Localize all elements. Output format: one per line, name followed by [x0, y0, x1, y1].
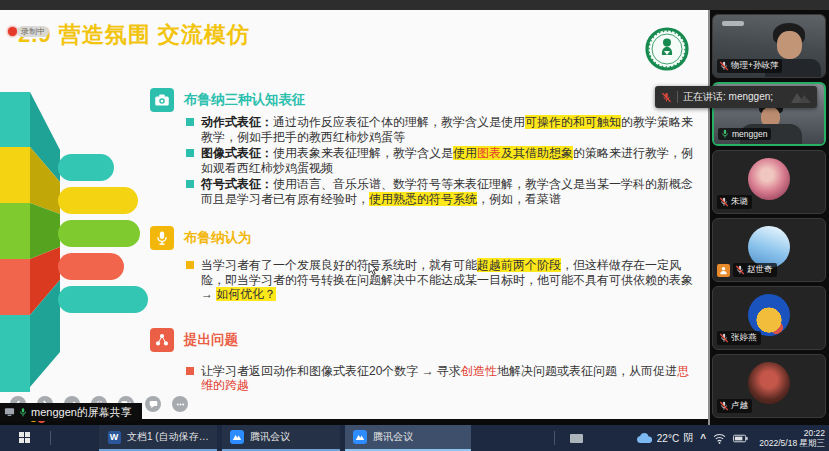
bullet-marker-icon: [186, 261, 194, 269]
taskbar-apps: W文档1 (自动保存的)...腾讯会议腾讯会议: [99, 425, 471, 451]
cloud-icon: [636, 432, 653, 444]
text-segment: 动作式表征：: [201, 115, 273, 129]
participant-name-label: menggen: [718, 128, 771, 140]
chat-button[interactable]: [145, 396, 161, 412]
bullet-item: 图像式表征：使用表象来表征理解，教学含义是使用图表及其借助想象的策略来进行教学，…: [186, 146, 698, 175]
participant-name: 赵世奇: [747, 264, 773, 276]
participant-avatar: [748, 294, 790, 336]
university-seal-logo: [645, 27, 689, 71]
recording-badge: 录制中: [17, 26, 49, 37]
bullet-marker-icon: [186, 118, 194, 126]
participant-list: 物理+孙咏萍menggen朱璐赵世奇张婷燕卢越: [712, 14, 826, 418]
speaking-banner: 正在讲话: menggen;: [655, 86, 817, 108]
app-window: 录制中 2.9 营造氛围 交流模仿: [0, 0, 829, 451]
text-segment: 可操作的和可触知: [525, 115, 621, 129]
share-label: menggen的屏幕共享: [31, 405, 132, 420]
taskbar-app-label: 腾讯会议: [250, 430, 290, 444]
speaking-banner-label: 正在讲话: menggen;: [683, 90, 784, 104]
taskbar-app-0[interactable]: W文档1 (自动保存的)...: [99, 425, 217, 451]
tray-expand-caret[interactable]: ^: [700, 433, 706, 444]
participant-name: 张婷燕: [731, 332, 757, 344]
text-segment: ，例如，看菜谱: [477, 192, 561, 206]
participant-avatar: [748, 226, 790, 268]
mic-muted-icon: [719, 61, 729, 71]
participant-name: 物理+孙咏萍: [731, 60, 778, 72]
member-badge-icon: [717, 264, 730, 277]
section-heading-row: 布鲁纳认为: [150, 226, 698, 250]
text-segment: 图表: [477, 146, 501, 160]
participant-name: menggen: [732, 129, 767, 139]
participant-name-label: 朱璐: [717, 195, 752, 209]
window-top-bar: [0, 0, 829, 10]
text-segment: 让学习者返回动作和图像式表征20个数字 → 寻求: [201, 364, 461, 378]
participant-name-label: 张婷燕: [717, 331, 761, 345]
participant-avatar: [748, 158, 790, 200]
tencent-meeting-icon: [230, 430, 244, 444]
clock-time: 20:22: [755, 428, 825, 438]
bullet-item: 动作式表征：通过动作反应表征个体的理解，教学含义是使用可操作的和可触知的教学策略…: [186, 115, 698, 144]
slide-title: 2.9 营造氛围 交流模仿: [18, 20, 250, 50]
mic-muted-icon: [735, 265, 745, 275]
mic-on-icon: [720, 129, 730, 139]
participant-tile-2[interactable]: 朱璐: [712, 150, 826, 214]
meeting-logo-icon: [789, 90, 813, 104]
more-button[interactable]: [172, 396, 188, 412]
touch-keyboard-icon[interactable]: [570, 434, 583, 443]
taskbar-clock[interactable]: 20:22 2022/5/18 星期三: [755, 428, 825, 448]
participant-name-label: 卢越: [717, 399, 752, 413]
tencent-meeting-icon: [353, 430, 367, 444]
participant-footer: 赵世奇: [717, 263, 777, 277]
sidebar-scrollbar[interactable]: [708, 10, 710, 425]
chat-icon: [149, 400, 158, 409]
text-segment: 通过动作反应表征个体的理解，教学含义是使用: [273, 115, 525, 129]
bullet-marker-icon: [186, 180, 194, 188]
slide-section-raise-question: 提出问题让学习者返回动作和图像式表征20个数字 → 寻求创造性地解决问题或表征问…: [150, 328, 698, 393]
participant-tile-0[interactable]: 物理+孙咏萍: [712, 14, 826, 78]
participant-name: 卢越: [731, 400, 748, 412]
battery-icon[interactable]: [733, 434, 748, 443]
weather-widget[interactable]: 22°C 阴: [636, 431, 693, 445]
word-icon: W: [108, 431, 121, 444]
participant-footer: 物理+孙咏萍: [717, 59, 782, 73]
text-segment: 符号式表征：: [201, 177, 273, 191]
bullet-text: 当学习者有了一个发展良好的符号系统时，就有可能超越前两个阶段，但这样做存在一定风…: [201, 258, 698, 302]
bullet-text: 符号式表征：使用语言、音乐乐谱、数学符号等来表征理解，教学含义是当某一学科的新概…: [201, 177, 698, 206]
tray-divider: [554, 431, 555, 445]
bullet-marker-icon: [186, 367, 194, 375]
funnel-infographic: [0, 92, 152, 392]
taskbar-app-label: 腾讯会议: [373, 430, 413, 444]
bullet-text: 图像式表征：使用表象来表征理解，教学含义是使用图表及其借助想象的策略来进行教学，…: [201, 146, 698, 175]
text-segment: 超越前两个阶段: [477, 258, 561, 272]
participant-footer: menggen: [718, 128, 771, 140]
section-heading-row: 布鲁纳三种认知表征: [150, 88, 698, 112]
slide-sections: 布鲁纳三种认知表征动作式表征：通过动作反应表征个体的理解，教学含义是使用可操作的…: [150, 88, 698, 395]
section-heading: 提出问题: [184, 331, 238, 349]
meeting-icon-wrap: [353, 430, 367, 444]
text-segment: 如何优化？: [216, 287, 276, 301]
bullet-marker-icon: [186, 149, 194, 157]
start-button[interactable]: [8, 425, 42, 451]
wifi-icon[interactable]: [713, 433, 726, 444]
participant-footer: 张婷燕: [717, 331, 761, 345]
word-icon-wrap: W: [107, 430, 121, 444]
nodes-icon: [150, 328, 174, 352]
participant-tile-4[interactable]: 张婷燕: [712, 286, 826, 350]
clock-date: 2022/5/18 星期三: [755, 438, 825, 448]
taskbar-divider: [50, 431, 51, 445]
taskbar-app-2[interactable]: 腾讯会议: [345, 425, 471, 451]
bullet-text: 动作式表征：通过动作反应表征个体的理解，教学含义是使用可操作的和可触知的教学策略…: [201, 115, 698, 144]
slide-section-bruner-opinion: 布鲁纳认为当学习者有了一个发展良好的符号系统时，就有可能超越前两个阶段，但这样做…: [150, 226, 698, 302]
participant-tile-5[interactable]: 卢越: [712, 354, 826, 418]
weather-desc: 阴: [683, 431, 693, 445]
mouse-cursor: [368, 262, 379, 276]
participant-name-label: 物理+孙咏萍: [717, 59, 782, 73]
muted-mic-icon: [661, 92, 672, 103]
taskbar-app-1[interactable]: 腾讯会议: [222, 425, 340, 451]
text-segment: 地解决问题或表征问题，从而促进: [497, 364, 677, 378]
ceiling-light: [722, 21, 744, 26]
text-segment: 使用熟悉的符号系统: [369, 192, 477, 206]
windows-logo-icon: [19, 432, 31, 444]
participant-avatar: [748, 362, 790, 404]
participant-tile-3[interactable]: 赵世奇: [712, 218, 826, 282]
more-icon: [176, 400, 185, 409]
